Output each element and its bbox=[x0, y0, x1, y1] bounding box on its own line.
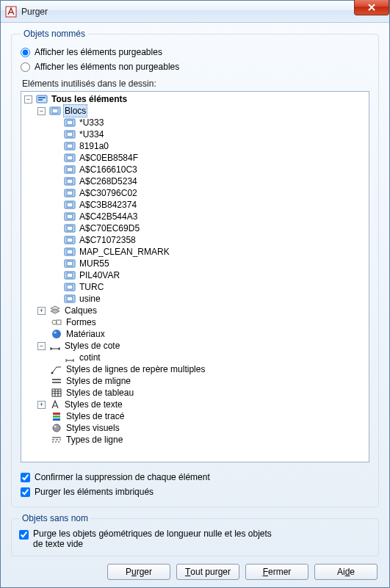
purge-dialog: Purger Objets nommés Afficher les élémen… bbox=[0, 0, 390, 588]
tree-block-item[interactable]: MUR55 bbox=[78, 258, 111, 269]
purge-all-button[interactable]: Tout purger bbox=[176, 564, 239, 580]
tree-visualstyle-label[interactable]: Styles visuels bbox=[65, 422, 121, 434]
block-item-icon bbox=[64, 187, 76, 199]
expand-toggle[interactable]: − bbox=[24, 95, 32, 104]
tree-block-item[interactable]: MAP_CLEAN_RMARK bbox=[78, 246, 171, 258]
checkbox-purge-nested[interactable] bbox=[21, 487, 30, 497]
tree-block-item[interactable]: 8191a0 bbox=[78, 140, 110, 152]
radio-show-purgeable[interactable] bbox=[21, 48, 30, 57]
svg-rect-23 bbox=[67, 214, 73, 219]
linetype-icon bbox=[51, 434, 62, 446]
blocks-icon bbox=[49, 105, 61, 117]
help-button[interactable]: Aide bbox=[314, 564, 378, 580]
block-item-icon bbox=[64, 152, 76, 164]
block-item-icon bbox=[64, 128, 76, 140]
tree-block-item[interactable]: A$C166610C3 bbox=[78, 164, 139, 175]
named-objects-group: Objets nommés Afficher les éléments purg… bbox=[11, 29, 379, 507]
radio-show-non-purgeable-label[interactable]: Afficher les éléments non purgeables bbox=[35, 62, 179, 72]
tree-block-item[interactable]: A$C42B544A3 bbox=[78, 211, 139, 222]
svg-rect-17 bbox=[67, 179, 73, 184]
svg-rect-46 bbox=[53, 418, 60, 421]
purge-button[interactable]: Purger bbox=[107, 564, 170, 580]
tree-shapes-label[interactable]: Formes bbox=[65, 316, 98, 328]
dimstyles-icon bbox=[49, 340, 61, 352]
expand-toggle[interactable]: + bbox=[37, 307, 46, 315]
svg-rect-3 bbox=[38, 99, 43, 101]
tree-materials-label[interactable]: Matériaux bbox=[65, 328, 106, 340]
block-item-icon bbox=[64, 164, 76, 175]
block-item-icon bbox=[64, 175, 76, 187]
svg-rect-35 bbox=[67, 285, 73, 289]
svg-point-42 bbox=[51, 372, 54, 374]
radio-show-non-purgeable[interactable] bbox=[21, 62, 30, 72]
textstyle-icon bbox=[49, 399, 61, 410]
tree-block-item[interactable]: TURC bbox=[78, 281, 105, 293]
block-item-icon bbox=[64, 117, 76, 128]
tree-block-item[interactable]: A$C70EC69D5 bbox=[78, 222, 141, 234]
mleader-icon bbox=[51, 363, 62, 375]
materials-icon bbox=[51, 328, 62, 340]
tree-block-item[interactable]: usine bbox=[78, 293, 102, 305]
unused-elements-label: Eléments inutilisés dans le dessin: bbox=[22, 79, 368, 89]
svg-rect-5 bbox=[52, 109, 58, 113]
block-item-icon bbox=[64, 199, 76, 211]
all-elements-icon bbox=[36, 93, 48, 105]
block-item-icon bbox=[64, 281, 76, 293]
tree-block-item[interactable]: A$C71072358 bbox=[78, 234, 137, 246]
tree-view[interactable]: − Tous les éléments − bbox=[21, 91, 369, 462]
tree-block-item[interactable]: A$C3B842374 bbox=[78, 199, 138, 211]
tree-block-item[interactable]: *U333 bbox=[78, 117, 105, 128]
tablestyle-icon bbox=[51, 387, 62, 399]
tree-mleader-label[interactable]: Styles de lignes de repère multiples bbox=[65, 363, 206, 375]
svg-rect-2 bbox=[38, 97, 46, 98]
tree-block-item[interactable]: A$C268D5234 bbox=[78, 175, 139, 187]
tree-blocks-label[interactable]: Blocs bbox=[63, 104, 87, 117]
tree-dimstyles-label[interactable]: Styles de cote bbox=[63, 340, 121, 352]
svg-rect-33 bbox=[67, 273, 73, 277]
radio-show-purgeable-label[interactable]: Afficher les éléments purgeables bbox=[35, 47, 162, 57]
layers-icon bbox=[49, 305, 61, 316]
svg-rect-21 bbox=[67, 203, 73, 207]
expand-toggle[interactable]: − bbox=[37, 342, 46, 350]
svg-point-40 bbox=[52, 330, 61, 338]
tree-mline-label[interactable]: Styles de mligne bbox=[65, 375, 132, 387]
tree-plotstyle-label[interactable]: Styles de tracé bbox=[65, 410, 126, 422]
close-window-button[interactable] bbox=[354, 0, 389, 15]
svg-rect-15 bbox=[67, 167, 73, 172]
svg-rect-39 bbox=[57, 320, 61, 324]
named-objects-legend: Objets nommés bbox=[21, 29, 88, 39]
svg-rect-27 bbox=[67, 238, 73, 242]
tree-block-item[interactable]: *U334 bbox=[78, 128, 105, 140]
svg-rect-19 bbox=[67, 191, 73, 195]
tree-block-item[interactable]: PIL40VAR bbox=[78, 269, 121, 281]
block-item-icon bbox=[64, 269, 76, 281]
svg-point-41 bbox=[54, 332, 57, 334]
tree-block-item[interactable]: A$C30796C02 bbox=[78, 187, 139, 199]
titlebar[interactable]: Purger bbox=[1, 1, 389, 23]
checkbox-purge-zero-label[interactable]: Purge les objets géométriques de longueu… bbox=[33, 529, 283, 549]
svg-rect-45 bbox=[53, 415, 60, 418]
tree-layers-label[interactable]: Calques bbox=[63, 305, 98, 316]
tree-tablestyle-label[interactable]: Styles de tableau bbox=[65, 387, 135, 399]
expand-toggle[interactable]: + bbox=[37, 401, 46, 409]
shapes-icon bbox=[51, 316, 62, 328]
checkbox-purge-zero[interactable] bbox=[19, 530, 29, 540]
checkbox-purge-nested-label[interactable]: Purger les éléments imbriqués bbox=[35, 487, 154, 497]
expand-toggle[interactable]: − bbox=[37, 107, 46, 115]
visualstyle-icon bbox=[51, 422, 62, 434]
tree-block-item[interactable]: A$C0EB8584F bbox=[78, 152, 140, 164]
tree-root-label[interactable]: Tous les éléments bbox=[50, 93, 129, 105]
svg-point-38 bbox=[52, 320, 57, 324]
block-item-icon bbox=[64, 140, 76, 152]
tree-dimstyle-item[interactable]: cotint bbox=[78, 352, 102, 363]
checkbox-confirm-each[interactable] bbox=[21, 473, 30, 482]
checkbox-confirm-each-label[interactable]: Confirmer la suppression de chaque éléme… bbox=[35, 472, 210, 482]
block-item-icon bbox=[64, 234, 76, 246]
tree-linetype-label[interactable]: Types de ligne bbox=[65, 434, 124, 446]
svg-rect-44 bbox=[53, 413, 60, 415]
close-button[interactable]: Fermer bbox=[245, 564, 308, 580]
tree-textstyle-label[interactable]: Styles de texte bbox=[63, 399, 124, 410]
block-item-icon bbox=[64, 293, 76, 305]
app-icon bbox=[5, 6, 17, 18]
svg-rect-25 bbox=[67, 226, 73, 231]
